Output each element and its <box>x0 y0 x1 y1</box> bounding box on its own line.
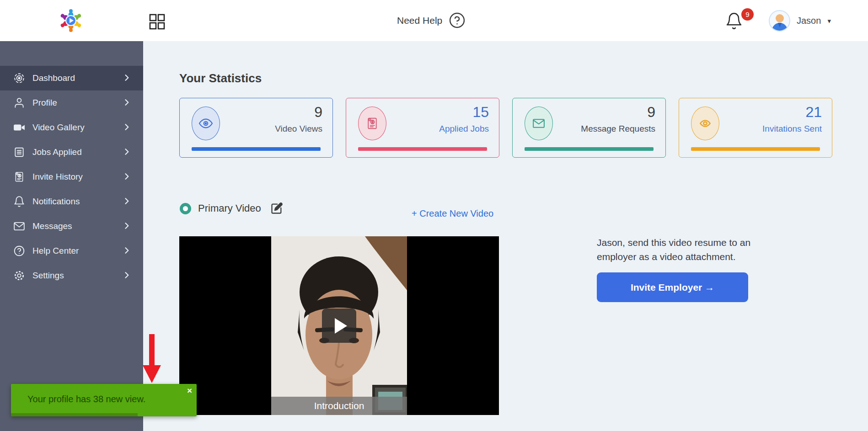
chevron-right-icon <box>122 172 131 181</box>
play-button[interactable] <box>322 309 356 343</box>
applicant-doc-icon <box>358 106 386 140</box>
profile-icon <box>13 97 25 109</box>
stat-label: Video Views <box>275 124 322 134</box>
toast-message: Your profile has 38 new view. <box>27 394 145 404</box>
stat-card-video-views[interactable]: 9 Video Views <box>179 98 333 158</box>
toast-notification: Your profile has 38 new view. × <box>11 384 197 416</box>
stat-card-applied-jobs[interactable]: 15 Applied Jobs <box>346 98 499 158</box>
need-help-label: Need Help <box>397 15 442 26</box>
stat-label: Applied Jobs <box>439 124 489 134</box>
play-icon <box>335 318 347 334</box>
chevron-right-icon <box>122 122 131 132</box>
user-menu[interactable]: Jason ▾ <box>769 10 831 32</box>
sidebar-nav: Dashboard Profile Video Ga <box>0 66 143 288</box>
help-icon <box>13 245 25 257</box>
stat-underline <box>691 147 820 151</box>
red-arrow-annotation <box>142 334 162 385</box>
video-camera-icon <box>13 122 25 134</box>
chevron-down-icon: ▾ <box>827 17 831 25</box>
stat-value: 21 <box>805 104 822 121</box>
notifications-bell[interactable]: 9 <box>725 11 752 34</box>
apps-grid-icon[interactable] <box>149 13 166 30</box>
invite-employer-button[interactable]: Invite Employer → <box>597 272 748 302</box>
sidebar-item-video-gallery[interactable]: Video Gallery <box>0 115 143 140</box>
top-header: Need Help 9 Jason ▾ <box>0 0 868 41</box>
invite-message: Jason, send this video resume to an empl… <box>597 235 758 264</box>
stat-cards-row: 9 Video Views 15 Applied Jobs 9 Message … <box>179 98 832 158</box>
stat-value: 15 <box>472 104 489 121</box>
edit-icon[interactable] <box>270 202 283 215</box>
app-root: Need Help 9 Jason ▾ <box>0 0 868 431</box>
chevron-right-icon <box>122 221 131 230</box>
chevron-right-icon <box>122 98 131 107</box>
stat-card-invitations-sent[interactable]: 21 Invitations Sent <box>679 98 832 158</box>
app-logo[interactable] <box>58 8 84 33</box>
toast-progress-bar <box>11 413 138 416</box>
primary-video-row: Primary Video <box>180 202 283 215</box>
sidebar-item-invite-history[interactable]: Invite History <box>0 165 143 189</box>
sidebar-item-messages[interactable]: Messages <box>0 214 143 239</box>
bell-icon <box>13 196 25 208</box>
dashboard-icon <box>13 72 25 85</box>
eye-icon <box>192 106 220 140</box>
need-help[interactable]: Need Help <box>397 12 466 29</box>
sidebar-item-jobs-applied[interactable]: Jobs Applied <box>0 140 143 165</box>
help-question-icon <box>449 12 466 29</box>
chevron-right-icon <box>122 197 131 206</box>
gear-icon <box>13 270 25 282</box>
stat-underline <box>525 147 654 151</box>
envelope-icon <box>13 220 25 233</box>
primary-video-label: Primary Video <box>198 202 261 214</box>
jobs-applied-icon <box>13 146 25 159</box>
envelope-icon <box>525 106 553 140</box>
chevron-right-icon <box>122 246 131 255</box>
chevron-right-icon <box>122 271 131 280</box>
stat-label: Invitations Sent <box>762 124 822 134</box>
stat-value: 9 <box>647 104 655 121</box>
user-name: Jason <box>797 16 821 26</box>
chevron-right-icon <box>122 73 131 82</box>
stat-label: Message Requests <box>581 124 655 134</box>
notification-badge: 9 <box>741 8 754 21</box>
stat-value: 9 <box>314 104 322 121</box>
sidebar-item-dashboard[interactable]: Dashboard <box>0 66 143 90</box>
sidebar-item-help-center[interactable]: Help Center <box>0 239 143 263</box>
sidebar-item-notifications[interactable]: Notifications <box>0 189 143 214</box>
sidebar-item-settings[interactable]: Settings <box>0 263 143 288</box>
eye-icon <box>691 106 719 140</box>
stat-card-message-requests[interactable]: 9 Message Requests <box>512 98 666 158</box>
stat-underline <box>192 147 321 151</box>
close-icon[interactable]: × <box>187 386 192 396</box>
primary-video-radio[interactable] <box>180 203 191 214</box>
user-avatar <box>769 10 790 32</box>
create-new-video-link[interactable]: + Create New Video <box>412 208 493 219</box>
video-player[interactable]: Introduction <box>179 236 499 415</box>
chevron-right-icon <box>122 147 131 156</box>
stat-underline <box>358 147 487 151</box>
video-caption: Introduction <box>271 397 407 415</box>
sidebar-item-profile[interactable]: Profile <box>0 90 143 115</box>
sidebar: Dashboard Profile Video Ga <box>0 41 143 431</box>
page-title: Your Statistics <box>179 71 262 85</box>
invite-history-icon <box>13 171 25 183</box>
